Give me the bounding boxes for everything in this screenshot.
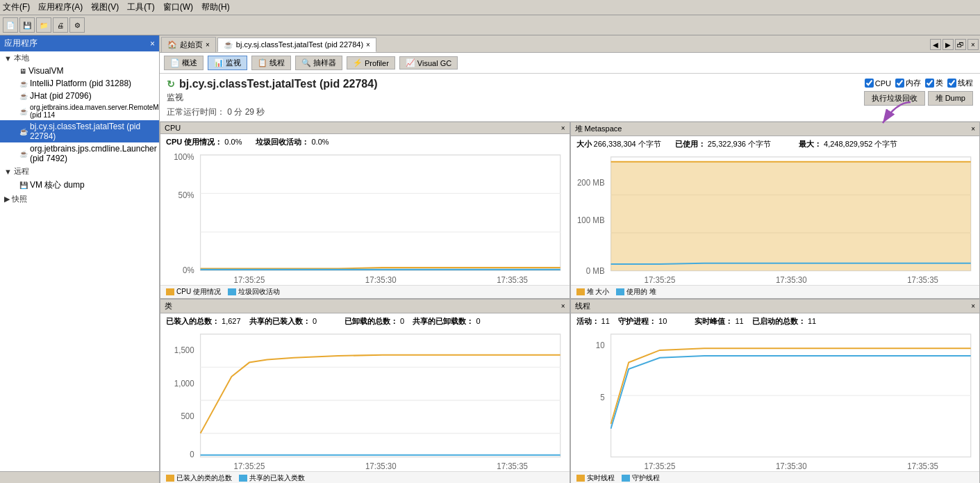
- threads-daemon-label: 守护进程：: [618, 317, 656, 325]
- toolbar-btn-5[interactable]: ⚙: [69, 17, 85, 33]
- memory-checkbox[interactable]: [895, 79, 904, 88]
- main-container: 应用程序 × ▼ 本地 🖥 VisualVM ☕ IntelliJ Platfo…: [0, 35, 980, 483]
- heap-size-legend-color: [576, 288, 585, 295]
- subtool-sampler[interactable]: 🔍 抽样器: [295, 56, 342, 70]
- sidebar: 应用程序 × ▼ 本地 🖥 VisualVM ☕ IntelliJ Platfo…: [0, 35, 160, 483]
- gc-activity-label: 垃圾回收活动：: [256, 138, 309, 146]
- sidebar-item-vmdump[interactable]: 💾 VM 核心 dump: [0, 178, 159, 193]
- tab-startpage[interactable]: 🏠 起始页 ×: [161, 37, 216, 52]
- toolbar-btn-2[interactable]: 💾: [19, 17, 35, 33]
- sidebar-item-launcher[interactable]: ☕ org.jetbrains.jps.cmdline.Launcher (pi…: [0, 142, 159, 165]
- sidebar-title: 应用程序: [4, 38, 38, 49]
- uptime-label: 正常运行时间：: [167, 107, 225, 117]
- classes-legend-total: 已装入的类的总数: [166, 473, 232, 483]
- heap-used-label: 已使用：: [675, 140, 706, 148]
- threads-chart-close[interactable]: ×: [971, 302, 975, 310]
- sidebar-scrollbar[interactable]: [0, 471, 159, 483]
- sidebar-header: 应用程序 ×: [0, 35, 159, 51]
- cb-memory[interactable]: 内存: [895, 78, 921, 88]
- sampler-label: 抽样器: [313, 58, 336, 68]
- menu-tools[interactable]: 工具(T): [127, 1, 154, 13]
- jhat-icon: ☕: [19, 92, 28, 100]
- dump-button[interactable]: 堆 Dump: [928, 91, 973, 106]
- sidebar-close-icon[interactable]: ×: [150, 39, 155, 49]
- tab-restore-btn[interactable]: 🗗: [955, 39, 966, 50]
- tab-close-all-btn[interactable]: ×: [967, 39, 979, 50]
- visualvm-icon: 🖥: [19, 67, 26, 75]
- classes-chart-close[interactable]: ×: [561, 302, 565, 310]
- threads-legend-live: 实时线程: [576, 473, 615, 483]
- svg-text:17:35:35: 17:35:35: [497, 275, 528, 285]
- app-title-text: bj.cy.sj.classTest.jatalTest (pid 22784): [179, 78, 377, 90]
- classes-unloaded-label: 已卸载的总数：: [344, 317, 398, 325]
- subtool-overview[interactable]: 📄 概述: [164, 56, 204, 70]
- memory-cb-label: 内存: [906, 78, 921, 88]
- svg-text:0: 0: [190, 449, 194, 459]
- local-label: 本地: [14, 53, 29, 63]
- subtool-monitor[interactable]: 📊 监视: [208, 56, 247, 70]
- sidebar-item-classtest[interactable]: ☕ bj.cy.sj.classTest.jatalTest (pid 2278…: [0, 120, 159, 142]
- tab-classtest-close[interactable]: ×: [366, 41, 370, 49]
- cpu-legend-label: CPU 使用情况: [176, 287, 221, 297]
- heap-chart-close[interactable]: ×: [971, 125, 975, 133]
- threads-daemon-legend-color: [622, 475, 630, 482]
- svg-text:17:35:35: 17:35:35: [497, 461, 528, 471]
- refresh-icon[interactable]: ↻: [167, 79, 175, 90]
- toolbar-btn-4[interactable]: 🖨: [53, 17, 68, 33]
- threads-peak-label: 实时峰值：: [695, 317, 733, 325]
- classes-loaded-stat: 已装入的总数： 1,627 共享的已装入数： 0: [166, 316, 317, 327]
- arrow-annotation: [862, 99, 917, 142]
- sidebar-item-visualvm[interactable]: 🖥 VisualVM: [0, 65, 159, 77]
- cpu-chart-legend: CPU 使用情况 垃圾回收活动: [160, 285, 570, 298]
- svg-text:17:35:25: 17:35:25: [234, 275, 265, 285]
- subtool-profiler[interactable]: ⚡ Profiler: [347, 56, 395, 69]
- tab-classtest[interactable]: ☕ bj.cy.sj.classTest.jatalTest (pid 2278…: [217, 38, 376, 52]
- threads-peak-value: 11: [735, 317, 743, 325]
- toolbar-btn-3[interactable]: 📁: [36, 17, 51, 33]
- heap-size-value: 266,338,304 个字节: [594, 140, 661, 148]
- threads-live-legend-label: 实时线程: [587, 473, 615, 483]
- svg-text:17:35:30: 17:35:30: [365, 461, 397, 471]
- subtool-visualgc[interactable]: 📈 Visual GC: [399, 56, 458, 69]
- classes-shared-unloaded-label: 共享的已卸载数：: [413, 317, 474, 325]
- cb-threads[interactable]: 线程: [947, 78, 973, 88]
- menu-help[interactable]: 帮助(H): [201, 1, 230, 13]
- subtool-threads[interactable]: 📋 线程: [251, 56, 291, 70]
- profiler-icon: ⚡: [353, 58, 363, 67]
- menu-file[interactable]: 文件(F): [3, 1, 30, 13]
- classes-checkbox[interactable]: [925, 79, 934, 88]
- tab-startpage-close[interactable]: ×: [206, 41, 210, 49]
- classes-total-legend-color: [166, 475, 174, 482]
- sidebar-item-intellij[interactable]: ☕ IntelliJ Platform (pid 31288): [0, 77, 159, 90]
- cpu-checkbox[interactable]: [865, 79, 874, 88]
- menu-window[interactable]: 窗口(W): [163, 1, 193, 13]
- sidebar-section-snapshot[interactable]: ▶ 快照: [0, 193, 159, 206]
- sidebar-section-local[interactable]: ▼ 本地: [0, 51, 159, 65]
- sidebar-item-maven[interactable]: ☕ org.jetbrains.idea.maven.server.Remote…: [0, 102, 159, 120]
- threads-icon: 📋: [258, 58, 267, 67]
- tab-prev-btn[interactable]: ◀: [930, 39, 941, 50]
- cb-classes[interactable]: 类: [925, 78, 943, 88]
- threads-chart-title: 线程: [575, 301, 590, 311]
- heap-chart-title: 堆 Metaspace: [575, 124, 622, 134]
- cpu-chart-close[interactable]: ×: [561, 124, 565, 132]
- cb-cpu[interactable]: CPU: [865, 79, 891, 88]
- svg-text:17:35:30: 17:35:30: [775, 275, 806, 285]
- svg-text:17:35:35: 17:35:35: [907, 461, 938, 471]
- cpu-legend-color: [166, 288, 174, 295]
- threads-total-label: 已启动的总数：: [752, 317, 806, 325]
- sidebar-item-jhat[interactable]: ☕ JHat (pid 27096): [0, 90, 159, 102]
- svg-text:0 MB: 0 MB: [585, 265, 604, 275]
- tab-next-btn[interactable]: ▶: [942, 39, 954, 50]
- menu-app[interactable]: 应用程序(A): [38, 1, 83, 13]
- svg-marker-14: [611, 162, 970, 271]
- threads-chart-legend: 实时线程 守护线程: [571, 471, 980, 483]
- threads-checkbox[interactable]: [947, 79, 956, 88]
- controls-section: CPU 内存 类 线程 执行垃圾回收: [864, 78, 973, 106]
- toolbar-btn-1[interactable]: 📄: [3, 17, 18, 33]
- threads-chart-svg: 10 5 17:35:25 17:35:30 17:35:35: [571, 329, 980, 471]
- classes-chart-svg: 1,500 1,000 500 0 17:35:25 17:35:30 17:3…: [160, 329, 570, 471]
- cpu-cb-label: CPU: [875, 79, 891, 88]
- sidebar-section-remote[interactable]: ▼ 远程: [0, 165, 159, 178]
- menu-view[interactable]: 视图(V): [91, 1, 119, 13]
